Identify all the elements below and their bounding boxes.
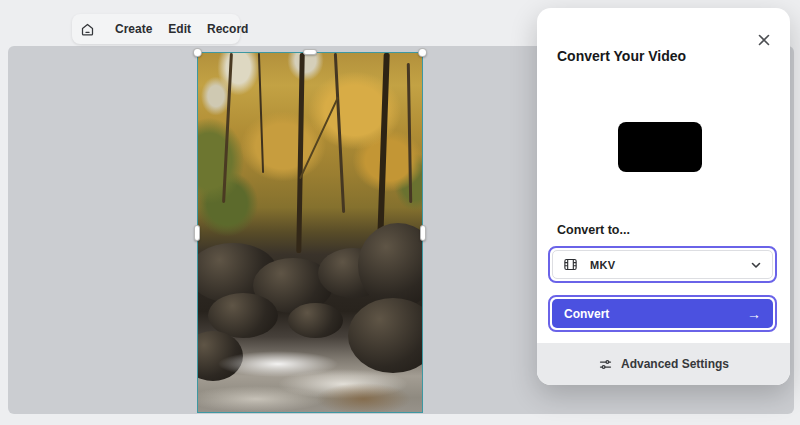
convert-button[interactable]: Convert →	[552, 299, 773, 328]
close-button[interactable]	[754, 30, 774, 50]
toolbar-item-record[interactable]: Record	[199, 17, 256, 41]
format-dropdown[interactable]: MKV	[552, 250, 773, 279]
advanced-settings-label: Advanced Settings	[621, 357, 729, 371]
video-art	[198, 53, 422, 412]
art-shape	[258, 53, 264, 173]
toolbar-item-create[interactable]: Create	[107, 17, 160, 41]
top-toolbar: Create Edit Record	[72, 14, 240, 44]
art-shape	[334, 53, 345, 213]
toolbar-item-edit[interactable]: Edit	[160, 17, 199, 41]
selection-handle-top-left[interactable]	[193, 48, 202, 57]
convert-highlight-box: Convert →	[548, 295, 777, 332]
selection-handle-right-middle[interactable]	[420, 225, 426, 241]
art-shape	[299, 97, 339, 179]
video-thumbnail	[618, 122, 702, 172]
video-preview[interactable]	[197, 52, 423, 413]
sliders-icon	[598, 357, 613, 372]
selection-handle-left-middle[interactable]	[194, 225, 200, 241]
convert-to-label: Convert to...	[557, 223, 630, 237]
art-shape	[407, 63, 412, 203]
advanced-settings-button[interactable]: Advanced Settings	[537, 343, 790, 385]
panel-title: Convert Your Video	[557, 48, 686, 64]
app-window: Create Edit Record	[0, 0, 800, 425]
art-shape	[296, 53, 304, 253]
dropdown-highlight-box: MKV	[548, 246, 777, 283]
convert-panel: Convert Your Video Convert to... MKV	[537, 8, 790, 385]
convert-button-label: Convert	[564, 307, 609, 321]
art-shape	[348, 298, 422, 373]
selection-handle-top-center[interactable]	[303, 49, 317, 55]
art-shape	[198, 386, 326, 412]
art-shape	[222, 53, 233, 203]
selection-handle-top-right[interactable]	[418, 48, 427, 57]
home-icon	[80, 22, 95, 37]
arrow-right-icon: →	[747, 307, 761, 321]
close-icon	[757, 33, 771, 47]
art-shape	[288, 303, 343, 338]
art-shape	[316, 383, 411, 412]
format-value: MKV	[590, 259, 615, 271]
home-button[interactable]	[80, 17, 95, 41]
chevron-down-icon	[750, 259, 762, 271]
film-icon	[563, 257, 578, 272]
